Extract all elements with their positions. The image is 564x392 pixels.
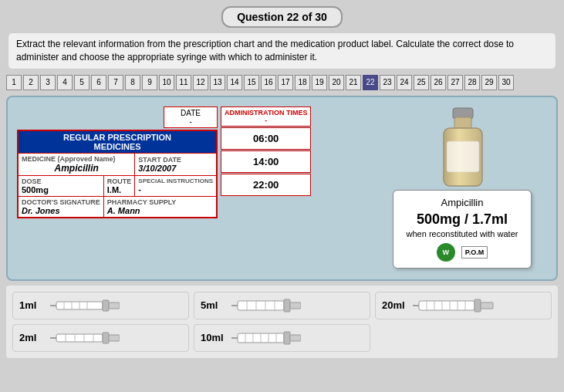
nav-item-5[interactable]: 5 [74, 75, 89, 90]
special-cell: SPECIAL INSTRUCTIONS - [135, 175, 217, 196]
special-value: - [138, 184, 213, 194]
pharmacy-label: PHARMACY SUPPLY [107, 198, 213, 206]
syringe-svg-2ml [50, 329, 120, 346]
bottle-image [431, 106, 493, 184]
pom-badge: P.O.M [461, 246, 488, 259]
route-value: I.M. [107, 185, 132, 194]
svg-rect-28 [475, 299, 481, 312]
start-date-cell: START DATE 3/10/2007 [135, 153, 217, 175]
time-3: 22:00 [221, 174, 311, 196]
syringe-option-5ml[interactable]: 5ml [194, 292, 370, 319]
nav-item-10[interactable]: 10 [159, 75, 174, 90]
syringe-options-grid: 1ml 5ml 20ml [6, 286, 558, 358]
medicine-name: Ampicillin [22, 163, 131, 174]
admin-times-header: ADMINISTRATION TIMES - [221, 106, 311, 127]
chart-with-times: DATE - REGULAR PRESCRIPTION MEDICINES ME… [17, 106, 362, 218]
pharmacy-value: A. Mann [107, 206, 213, 215]
nav-item-27[interactable]: 27 [447, 75, 463, 90]
nav-item-12[interactable]: 12 [193, 75, 208, 90]
nav-item-9[interactable]: 9 [142, 75, 157, 90]
syringe-label-1ml: 1ml [19, 299, 44, 311]
svg-rect-46 [290, 335, 301, 341]
route-label: ROUTE [107, 177, 132, 185]
nav-item-18[interactable]: 18 [295, 75, 310, 90]
syringe-option-20ml[interactable]: 20ml [375, 292, 552, 319]
pres-header-line2: MEDICINES [93, 142, 140, 151]
instructions-box: Extract the relevant information from th… [8, 32, 556, 69]
nav-item-24[interactable]: 24 [397, 75, 412, 90]
label-icons-row: W P.O.M [403, 243, 522, 262]
date-row: DATE - [17, 106, 218, 128]
nav-item-13[interactable]: 13 [210, 75, 225, 90]
syringe-svg-1ml [50, 297, 120, 314]
svg-rect-11 [109, 302, 120, 309]
syringe-svg-10ml [231, 329, 301, 346]
syringe-label-10ml: 10ml [201, 332, 225, 343]
syringe-label-5ml: 5ml [201, 299, 225, 311]
start-date-value: 3/10/2007 [138, 164, 213, 173]
date-label: DATE [181, 109, 201, 117]
admin-times-label: ADMINISTRATION TIMES [225, 109, 307, 117]
bottle-svg [431, 106, 493, 191]
pharmacy-cell: PHARMACY SUPPLY A. Mann [103, 196, 217, 218]
nav-item-3[interactable]: 3 [40, 75, 56, 90]
syringe-svg-5ml [231, 297, 301, 314]
instructions-text: Extract the relevant information from th… [16, 39, 514, 63]
nav-item-21[interactable]: 21 [346, 75, 361, 90]
nav-item-11[interactable]: 11 [176, 75, 191, 90]
medicine-col-label: MEDICINE (Approved Name) [22, 155, 131, 163]
syringe-option-2ml[interactable]: 2ml [12, 324, 189, 352]
doctor-label: DOCTOR'S SIGNATURE [22, 198, 100, 206]
route-cell: ROUTE I.M. [103, 175, 135, 196]
med-label-title: Ampicillin [403, 197, 522, 208]
doctor-value: Dr. Jones [22, 206, 100, 215]
syringe-option-10ml[interactable]: 10ml [194, 324, 370, 352]
time-2: 14:00 [221, 150, 311, 173]
svg-rect-18 [284, 299, 290, 312]
times-column: ADMINISTRATION TIMES - 06:00 14:00 22:00 [221, 106, 311, 196]
svg-rect-45 [284, 332, 290, 344]
nav-item-22[interactable]: 22 [363, 75, 378, 90]
main-content-area: DATE - REGULAR PRESCRIPTION MEDICINES ME… [6, 96, 558, 281]
svg-rect-19 [290, 302, 301, 309]
pres-header: REGULAR PRESCRIPTION MEDICINES [18, 130, 217, 154]
prescription-chart: DATE - REGULAR PRESCRIPTION MEDICINES ME… [17, 106, 362, 270]
pres-header-line1: REGULAR PRESCRIPTION [63, 133, 171, 142]
prescription-table-wrapper: DATE - REGULAR PRESCRIPTION MEDICINES ME… [17, 106, 218, 218]
nav-item-4[interactable]: 4 [57, 75, 73, 90]
nav-item-23[interactable]: 23 [380, 75, 395, 90]
nav-item-14[interactable]: 14 [227, 75, 242, 90]
date-cell: DATE - [164, 106, 218, 128]
nav-item-8[interactable]: 8 [125, 75, 140, 90]
medicine-label-cell: MEDICINE (Approved Name) Ampicillin [18, 153, 135, 175]
svg-rect-13 [238, 301, 284, 310]
nav-item-2[interactable]: 2 [23, 75, 39, 90]
dose-label: DOSE [22, 177, 100, 185]
prescription-table: REGULAR PRESCRIPTION MEDICINES MEDICINE … [17, 130, 218, 218]
nav-item-19[interactable]: 19 [312, 75, 327, 90]
nav-item-29[interactable]: 29 [481, 75, 497, 90]
nav-item-1[interactable]: 1 [6, 75, 22, 90]
nav-item-26[interactable]: 26 [431, 75, 446, 90]
special-label: SPECIAL INSTRUCTIONS [138, 177, 213, 184]
nav-item-25[interactable]: 25 [414, 75, 429, 90]
syringe-label-2ml: 2ml [19, 332, 44, 343]
syringe-option-1ml[interactable]: 1ml [12, 292, 189, 319]
admin-times-dash: - [265, 117, 267, 124]
syringe-label-20ml: 20ml [382, 299, 407, 311]
brand-icon: W [437, 243, 455, 262]
time-1: 06:00 [221, 127, 311, 150]
med-label-note: when reconstituted with water [403, 229, 522, 238]
nav-item-7[interactable]: 7 [108, 75, 123, 90]
nav-item-17[interactable]: 17 [278, 75, 293, 90]
nav-item-15[interactable]: 15 [244, 75, 259, 90]
nav-item-30[interactable]: 30 [498, 75, 514, 90]
svg-rect-29 [481, 302, 493, 309]
nav-item-28[interactable]: 28 [464, 75, 480, 90]
dose-value: 500mg [22, 185, 100, 194]
svg-rect-3 [447, 141, 479, 172]
medication-label-area: Ampicillin 500mg / 1.7ml when reconstitu… [377, 106, 547, 270]
nav-item-20[interactable]: 20 [329, 75, 344, 90]
nav-item-16[interactable]: 16 [261, 75, 276, 90]
nav-item-6[interactable]: 6 [91, 75, 106, 90]
